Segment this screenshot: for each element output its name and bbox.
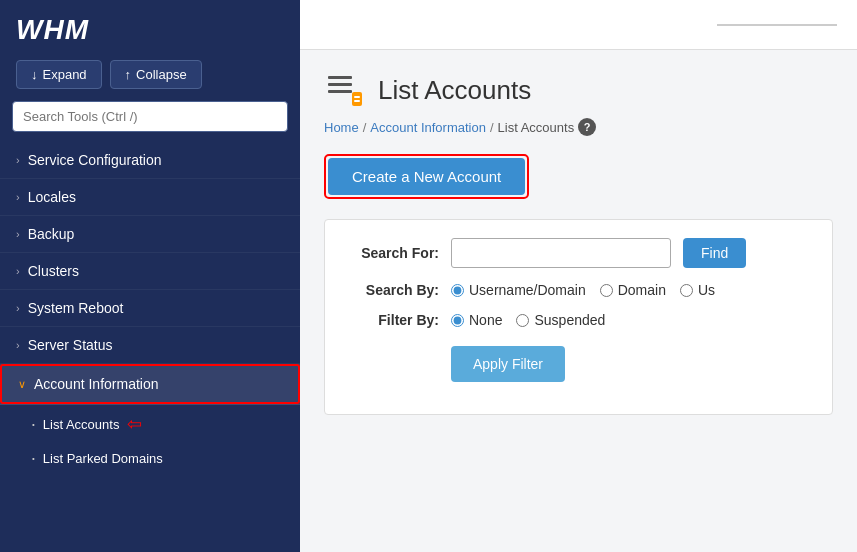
create-new-account-button[interactable]: Create a New Account (328, 158, 525, 195)
top-bar-line (717, 24, 837, 26)
search-by-options: Username/Domain Domain Us (451, 282, 715, 298)
svg-rect-4 (354, 96, 360, 98)
chevron-right-icon: › (16, 302, 20, 314)
page-header: List Accounts (324, 70, 833, 110)
page-title: List Accounts (378, 75, 531, 106)
radio-label: Domain (618, 282, 666, 298)
breadcrumb-sep-1: / (363, 120, 367, 135)
sidebar-item-label: Locales (28, 189, 76, 205)
sidebar-item-label: System Reboot (28, 300, 124, 316)
sidebar-item-service-configuration[interactable]: › Service Configuration (0, 142, 300, 179)
sidebar-item-locales[interactable]: › Locales (0, 179, 300, 216)
collapse-button[interactable]: ↑ Collapse (110, 60, 202, 89)
find-button[interactable]: Find (683, 238, 746, 268)
expand-arrow-icon: ↓ (31, 67, 38, 82)
chevron-right-icon: › (16, 191, 20, 203)
svg-rect-2 (328, 90, 352, 93)
search-bar (12, 101, 288, 132)
sidebar-item-server-status[interactable]: › Server Status (0, 327, 300, 364)
chevron-right-icon: › (16, 339, 20, 351)
svg-rect-0 (328, 76, 352, 79)
chevron-right-icon: › (16, 265, 20, 277)
search-for-input[interactable] (451, 238, 671, 268)
sub-item-label: List Accounts (43, 417, 120, 432)
list-accounts-icon (324, 70, 364, 110)
sidebar-item-account-information[interactable]: ∨ Account Information (0, 364, 300, 405)
search-panel: Search For: Find Search By: Username/Dom… (324, 219, 833, 415)
sidebar-item-label: Backup (28, 226, 75, 242)
filter-suspended[interactable]: Suspended (516, 312, 605, 328)
filter-by-row: Filter By: None Suspended (349, 312, 808, 328)
sidebar-buttons: ↓ Expand ↑ Collapse (0, 56, 300, 101)
sidebar: WHM ↓ Expand ↑ Collapse › Service Config… (0, 0, 300, 552)
search-by-us[interactable]: Us (680, 282, 715, 298)
breadcrumb-account-info[interactable]: Account Information (370, 120, 486, 135)
radio-label: Us (698, 282, 715, 298)
svg-rect-1 (328, 83, 352, 86)
filter-none[interactable]: None (451, 312, 502, 328)
main-content: List Accounts Home / Account Information… (300, 0, 857, 552)
bullet-icon: • (32, 420, 35, 429)
collapse-arrow-icon: ↑ (125, 67, 132, 82)
sidebar-item-label: Clusters (28, 263, 79, 279)
sidebar-item-label: Service Configuration (28, 152, 162, 168)
breadcrumb-sep-2: / (490, 120, 494, 135)
sub-item-label: List Parked Domains (43, 451, 163, 466)
sidebar-subitem-list-accounts[interactable]: • List Accounts ⇦ (0, 405, 300, 443)
search-for-label: Search For: (349, 245, 439, 261)
logo: WHM (16, 14, 89, 46)
sidebar-item-clusters[interactable]: › Clusters (0, 253, 300, 290)
filter-by-options: None Suspended (451, 312, 605, 328)
sidebar-nav: › Service Configuration › Locales › Back… (0, 142, 300, 552)
search-by-row: Search By: Username/Domain Domain Us (349, 282, 808, 298)
search-by-label: Search By: (349, 282, 439, 298)
breadcrumb-home[interactable]: Home (324, 120, 359, 135)
sidebar-subitem-list-parked-domains[interactable]: • List Parked Domains (0, 443, 300, 474)
sidebar-item-label: Server Status (28, 337, 113, 353)
create-new-account-wrapper: Create a New Account (324, 154, 529, 199)
chevron-right-icon: › (16, 154, 20, 166)
sidebar-item-label: Account Information (34, 376, 159, 392)
breadcrumb-current: List Accounts (498, 120, 575, 135)
chevron-down-icon: ∨ (18, 378, 26, 391)
radio-label: Suspended (534, 312, 605, 328)
sidebar-item-backup[interactable]: › Backup (0, 216, 300, 253)
radio-label: Username/Domain (469, 282, 586, 298)
search-for-row: Search For: Find (349, 238, 808, 268)
search-by-username-domain[interactable]: Username/Domain (451, 282, 586, 298)
svg-rect-3 (352, 92, 362, 106)
top-bar (300, 0, 857, 50)
filter-by-label: Filter By: (349, 312, 439, 328)
search-by-domain[interactable]: Domain (600, 282, 666, 298)
chevron-right-icon: › (16, 228, 20, 240)
apply-filter-button[interactable]: Apply Filter (451, 346, 565, 382)
apply-filter-row: Apply Filter (451, 342, 808, 382)
expand-button[interactable]: ↓ Expand (16, 60, 102, 89)
sidebar-item-system-reboot[interactable]: › System Reboot (0, 290, 300, 327)
arrow-left-icon: ⇦ (127, 413, 142, 435)
breadcrumb: Home / Account Information / List Accoun… (324, 118, 833, 136)
radio-label: None (469, 312, 502, 328)
logo-area: WHM (0, 0, 300, 56)
content-area: List Accounts Home / Account Information… (300, 50, 857, 552)
svg-rect-5 (354, 100, 360, 102)
help-icon[interactable]: ? (578, 118, 596, 136)
bullet-icon: • (32, 454, 35, 463)
search-tools-input[interactable] (12, 101, 288, 132)
